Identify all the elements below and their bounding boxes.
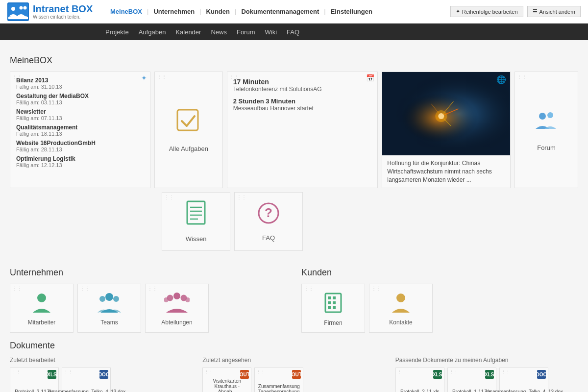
- nav-news[interactable]: News: [211, 28, 227, 36]
- unternehmen-section: Unternehmen ⋮⋮ Mitarbeiter ⋮⋮: [10, 260, 287, 333]
- svg-rect-39: [333, 306, 336, 309]
- svg-point-24: [37, 294, 46, 302]
- cal-desc-1: Telefonkonferenz mit SolutionsAG: [233, 86, 371, 93]
- logo-title: Intranet BOX: [33, 3, 93, 14]
- tasks-corner-icon: ✦: [141, 74, 147, 82]
- task-due: Fällig am: 07.11.13: [16, 115, 144, 121]
- doc-drag: ⋮⋮: [64, 369, 73, 374]
- file-name: Zusammenfassung_Telko_4_13.dox: [47, 379, 126, 392]
- tile-mitarbeiter[interactable]: ⋮⋮ Mitarbeiter: [10, 284, 74, 333]
- svg-point-28: [173, 293, 180, 299]
- header-actions: ✦ Reihenfolge bearbeiten ☰ Ansicht änder…: [450, 6, 581, 17]
- svg-point-2: [11, 7, 15, 11]
- nav-forum[interactable]: Forum: [237, 28, 255, 36]
- doc-subsections: Zuletzt bearbeitet ⋮⋮ XLS Protokoll_2-11…: [10, 357, 578, 392]
- faq-label: FAQ: [262, 234, 275, 242]
- file-name: Zusammenfassung_Telko_4_13.dox: [484, 379, 563, 392]
- kunden-tile-grid: ⋮⋮ Firmen: [301, 284, 578, 333]
- meinebox-title: MeineBOX: [10, 55, 578, 66]
- file-type-icon: XLS: [433, 370, 442, 379]
- svg-point-14: [436, 110, 447, 122]
- tile-teams[interactable]: ⋮⋮ Teams: [77, 284, 141, 333]
- doc-drag: ⋮⋮: [501, 369, 510, 374]
- wissen-doc-icon: [185, 200, 207, 231]
- doc-drag: ⋮⋮: [256, 369, 265, 374]
- mitarbeiter-label: Mitarbeiter: [28, 319, 56, 326]
- second-row-widgets: ⋮⋮ Wissen ⋮⋮ ? FAQ: [10, 192, 578, 251]
- nav-einstellungen[interactable]: Einstellungen: [326, 8, 377, 15]
- faq-widget[interactable]: ⋮⋮ ? FAQ: [234, 192, 303, 251]
- file-type-icon: DOC: [99, 370, 108, 379]
- task-due: Fällig am: 31.10.13: [16, 84, 144, 90]
- calendar-widget: ⋮⋮ 📅 17 Minuten Telefonkonferenz mit Sol…: [227, 72, 378, 188]
- forum-widget[interactable]: ⋮⋮ Forum: [514, 72, 578, 188]
- calendar-item-2: 2 Stunden 3 Minuten Messeaufbau Hannover…: [233, 98, 371, 112]
- svg-rect-5: [177, 110, 198, 130]
- spacer-tasks: [10, 192, 158, 251]
- task-item: Gestaltung der MediaBOXFällig am: 03.11.…: [16, 93, 144, 105]
- tile-abteilungen[interactable]: ⋮⋮ Abteilungen: [145, 284, 209, 333]
- doc-subsection: Zuletzt angesehen ⋮⋮ OUT Visitenkarten K…: [202, 357, 385, 392]
- svg-text:?: ?: [265, 205, 272, 220]
- task-item: Bilanz 2013Fällig am: 31.10.13: [16, 77, 144, 90]
- reihenfolge-button[interactable]: ✦ Reihenfolge bearbeiten: [450, 6, 523, 17]
- svg-point-26: [99, 296, 105, 302]
- logo-subtitle: Wissen einfach teilen.: [33, 14, 93, 20]
- doc-file[interactable]: ⋮⋮ DOC Zusammenfassung_Telko_4_13.dox: [62, 368, 111, 392]
- doc-file[interactable]: ⋮⋮ OUT Visitenkarten Krauthaus - Abnah..…: [202, 368, 251, 392]
- svg-point-4: [24, 6, 27, 9]
- logo-text: Intranet BOX Wissen einfach teilen.: [33, 3, 93, 20]
- nav-wiki[interactable]: Wiki: [265, 28, 277, 36]
- file-name: Protokoll_2-11.xls: [400, 379, 439, 392]
- unternehmen-kunden-section: Unternehmen ⋮⋮ Mitarbeiter ⋮⋮: [10, 260, 578, 333]
- reihenfolge-icon: ✦: [456, 8, 460, 15]
- aufgaben-widget[interactable]: ⋮⋮ Alle Aufgaben: [154, 72, 223, 188]
- page-content: MeineBOX ⋮⋮ ✦ Bilanz 2013Fällig am: 31.1…: [0, 40, 588, 392]
- svg-point-27: [113, 296, 119, 302]
- task-due: Fällig am: 12.12.13: [16, 162, 144, 168]
- doc-subsection-title: Zuletzt angesehen: [202, 357, 385, 364]
- aufgaben-label: Alle Aufgaben: [169, 145, 208, 152]
- nav-primary: MeineBOX | Unternehmen | Kunden | Dokume…: [105, 8, 450, 15]
- doc-file[interactable]: ⋮⋮ DOC Zusammenfassung_Telko_4_13.dox: [499, 368, 548, 392]
- task-due: Fällig am: 18.11.13: [16, 131, 144, 137]
- doc-file[interactable]: ⋮⋮ OUT Zusammenfassung Tagesbesprechung: [254, 368, 303, 392]
- faq-icon: ?: [257, 201, 280, 230]
- file-type-icon: XLS: [485, 370, 494, 379]
- check-icon: [175, 107, 202, 140]
- task-name: Website 16ProductionGmbH: [16, 140, 144, 147]
- wissen-widget[interactable]: ⋮⋮ Wissen: [162, 192, 230, 251]
- tile-kontakte[interactable]: ⋮⋮ Kontakte: [369, 284, 433, 333]
- nav-faq[interactable]: FAQ: [287, 28, 299, 36]
- calendar-icon: 📅: [366, 74, 374, 82]
- file-type-icon: OUT: [240, 370, 249, 379]
- nav-kunden[interactable]: Kunden: [201, 8, 235, 15]
- tasks-list: Bilanz 2013Fällig am: 31.10.13Gestaltung…: [16, 77, 144, 168]
- task-item: NewsletterFällig am: 07.11.13: [16, 108, 144, 121]
- nav-dokumentenmanagement[interactable]: Dokumentenmanagement: [236, 8, 324, 15]
- svg-rect-37: [333, 301, 336, 304]
- abteilungen-icon: [164, 291, 190, 317]
- file-type-icon: DOC: [537, 370, 546, 379]
- unternehmen-tile-grid: ⋮⋮ Mitarbeiter ⋮⋮: [10, 284, 287, 333]
- news-widget[interactable]: 🌐 Hoffnung für die Konjunktur: Chinas Wi…: [382, 72, 511, 188]
- header-bottom: Projekte Aufgaben Kalender News Forum Wi…: [0, 24, 588, 40]
- doc-drag: ⋮⋮: [204, 369, 213, 374]
- nav-projekte[interactable]: Projekte: [105, 28, 129, 36]
- nav-meinebox[interactable]: MeineBOX: [105, 8, 147, 15]
- teams-icon: [98, 291, 121, 317]
- nav-aufgaben[interactable]: Aufgaben: [139, 28, 166, 36]
- tile-firmen[interactable]: ⋮⋮ Firmen: [301, 284, 365, 333]
- teams-label: Teams: [100, 319, 118, 326]
- nav-kalender[interactable]: Kalender: [175, 28, 201, 36]
- nav-unternehmen[interactable]: Unternehmen: [148, 8, 199, 15]
- doc-subsection: Passende Dokumente zu meinen Aufgaben ⋮⋮…: [395, 357, 578, 392]
- doc-file[interactable]: ⋮⋮ XLS Protokoll_2-11.xls: [395, 368, 444, 392]
- news-image: 🌐: [382, 72, 510, 155]
- cal-time-1: 17 Minuten: [233, 78, 371, 86]
- file-type-icon: XLS: [48, 370, 56, 379]
- unternehmen-title: Unternehmen: [10, 268, 287, 278]
- spacer-news: [307, 192, 578, 251]
- logo-area: Intranet BOX Wissen einfach teilen.: [7, 2, 105, 21]
- ansicht-button[interactable]: ☰ Ansicht ändern: [527, 6, 581, 17]
